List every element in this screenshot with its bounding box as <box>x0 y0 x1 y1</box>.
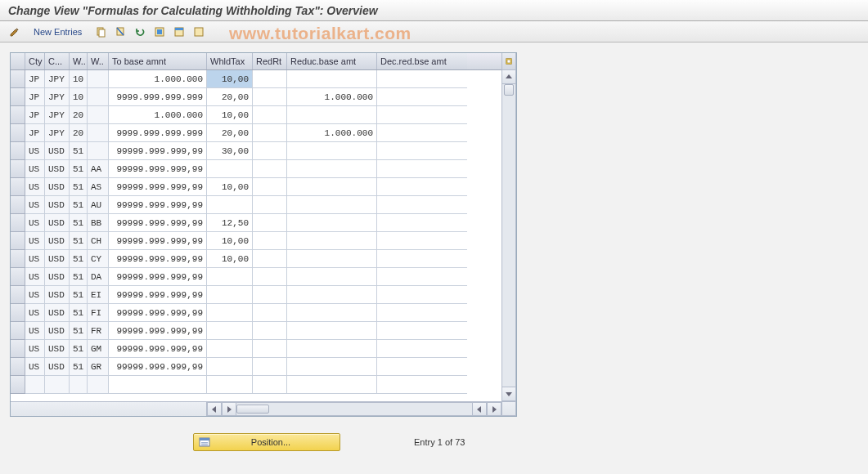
cell-dec-red[interactable] <box>377 286 467 304</box>
cell-w1[interactable]: 51 <box>70 340 88 358</box>
cell-cty[interactable]: US <box>25 196 45 214</box>
cell-redrt[interactable] <box>253 268 287 286</box>
cell-w2[interactable]: AA <box>88 160 109 178</box>
cell-dec-red[interactable] <box>377 124 467 142</box>
cell-whldtax[interactable] <box>207 340 253 358</box>
cell-w1[interactable]: 51 <box>70 160 88 178</box>
vscroll-track[interactable] <box>501 84 516 387</box>
cell-w2[interactable]: CH <box>88 232 109 250</box>
cell-to-base[interactable]: 99999.999.999,99 <box>109 142 207 160</box>
cell-to-base[interactable]: 99999.999.999,99 <box>109 322 207 340</box>
col-w1[interactable]: W.. <box>70 53 88 69</box>
cell-dec-red[interactable] <box>377 106 467 124</box>
empty-cell[interactable] <box>287 376 377 394</box>
cell-w2[interactable] <box>88 70 109 88</box>
cell-whldtax[interactable]: 10,00 <box>207 70 253 88</box>
cell-redrt[interactable] <box>253 250 287 268</box>
cell-reduc-base[interactable] <box>287 178 377 196</box>
cell-reduc-base[interactable] <box>287 268 377 286</box>
cell-reduc-base[interactable] <box>287 214 377 232</box>
cell-w1[interactable]: 10 <box>70 88 88 106</box>
cell-crcy[interactable]: JPY <box>45 124 70 142</box>
cell-to-base[interactable]: 1.000.000 <box>109 106 207 124</box>
cell-whldtax[interactable] <box>207 160 253 178</box>
row-selector[interactable] <box>11 196 25 214</box>
cell-w2[interactable]: GM <box>88 340 109 358</box>
cell-to-base[interactable]: 99999.999.999,99 <box>109 214 207 232</box>
cell-w2[interactable]: DA <box>88 268 109 286</box>
cell-w1[interactable]: 51 <box>70 178 88 196</box>
hscroll-left-button2[interactable] <box>472 402 487 416</box>
cell-redrt[interactable] <box>253 70 287 88</box>
cell-cty[interactable]: US <box>25 250 45 268</box>
cell-to-base[interactable]: 99999.999.999,99 <box>109 196 207 214</box>
cell-w2[interactable]: AS <box>88 178 109 196</box>
empty-cell[interactable] <box>377 376 467 394</box>
cell-reduc-base[interactable] <box>287 70 377 88</box>
cell-w1[interactable]: 20 <box>70 106 88 124</box>
cell-to-base[interactable]: 99999.999.999,99 <box>109 232 207 250</box>
cell-dec-red[interactable] <box>377 304 467 322</box>
cell-reduc-base[interactable] <box>287 106 377 124</box>
col-crcy[interactable]: C... <box>45 53 70 69</box>
cell-w1[interactable]: 51 <box>70 142 88 160</box>
cell-dec-red[interactable] <box>377 340 467 358</box>
col-whld[interactable]: WhldTax <box>207 53 253 69</box>
row-selector[interactable] <box>11 214 25 232</box>
cell-w1[interactable]: 51 <box>70 214 88 232</box>
cell-to-base[interactable]: 99999.999.999,99 <box>109 160 207 178</box>
cell-w2[interactable]: EI <box>88 286 109 304</box>
cell-w2[interactable] <box>88 88 109 106</box>
cell-reduc-base[interactable] <box>287 142 377 160</box>
position-button[interactable]: Position... <box>193 433 340 451</box>
empty-cell[interactable] <box>207 376 253 394</box>
cell-crcy[interactable]: JPY <box>45 70 70 88</box>
cell-cty[interactable]: US <box>25 232 45 250</box>
cell-reduc-base[interactable] <box>287 304 377 322</box>
cell-w1[interactable]: 20 <box>70 124 88 142</box>
empty-cell[interactable] <box>45 376 70 394</box>
cell-dec-red[interactable] <box>377 142 467 160</box>
select-block-icon[interactable] <box>171 25 187 39</box>
cell-reduc-base[interactable] <box>287 322 377 340</box>
cell-dec-red[interactable] <box>377 178 467 196</box>
cell-w2[interactable]: BB <box>88 214 109 232</box>
cell-w1[interactable]: 51 <box>70 304 88 322</box>
cell-w1[interactable]: 51 <box>70 196 88 214</box>
hscroll-right-button[interactable] <box>487 402 501 416</box>
cell-dec-red[interactable] <box>377 250 467 268</box>
cell-redrt[interactable] <box>253 286 287 304</box>
cell-whldtax[interactable] <box>207 196 253 214</box>
cell-crcy[interactable]: USD <box>45 340 70 358</box>
cell-to-base[interactable]: 1.000.000 <box>109 70 207 88</box>
cell-cty[interactable]: US <box>25 268 45 286</box>
row-selector[interactable] <box>11 286 25 304</box>
cell-reduc-base[interactable] <box>287 358 377 376</box>
cell-dec-red[interactable] <box>377 322 467 340</box>
delete-icon[interactable] <box>112 25 128 39</box>
change-toggle-icon[interactable] <box>7 25 23 39</box>
cell-to-base[interactable]: 99999.999.999,99 <box>109 286 207 304</box>
cell-w1[interactable]: 51 <box>70 322 88 340</box>
cell-w1[interactable]: 51 <box>70 232 88 250</box>
cell-cty[interactable]: JP <box>25 70 45 88</box>
cell-w1[interactable]: 51 <box>70 250 88 268</box>
cell-cty[interactable]: JP <box>25 88 45 106</box>
cell-redrt[interactable] <box>253 232 287 250</box>
cell-to-base[interactable]: 9999.999.999.999 <box>109 88 207 106</box>
cell-cty[interactable]: US <box>25 340 45 358</box>
cell-w2[interactable]: AU <box>88 196 109 214</box>
cell-dec-red[interactable] <box>377 160 467 178</box>
cell-whldtax[interactable]: 20,00 <box>207 124 253 142</box>
cell-reduc-base[interactable] <box>287 232 377 250</box>
copy-as-icon[interactable] <box>92 25 109 39</box>
cell-crcy[interactable]: USD <box>45 214 70 232</box>
row-selector[interactable] <box>11 358 25 376</box>
cell-cty[interactable]: US <box>25 304 45 322</box>
empty-cell[interactable] <box>11 376 25 394</box>
cell-dec-red[interactable] <box>377 268 467 286</box>
cell-redrt[interactable] <box>253 358 287 376</box>
cell-to-base[interactable]: 99999.999.999,99 <box>109 358 207 376</box>
col-redrt[interactable]: RedRt <box>253 53 287 69</box>
cell-w2[interactable] <box>88 124 109 142</box>
